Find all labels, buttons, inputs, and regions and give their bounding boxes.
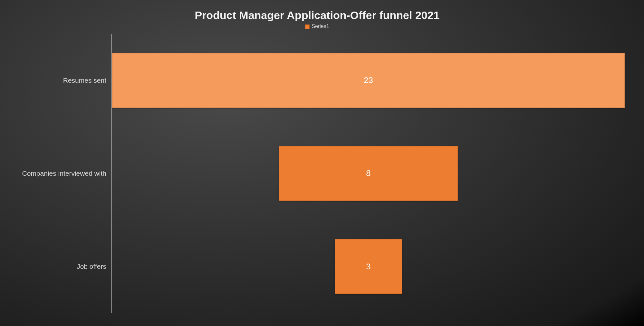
funnel-bar: 23 (112, 53, 625, 108)
category-label: Job offers (10, 220, 106, 313)
category-axis: Resumes sent Companies interviewed with … (10, 34, 111, 313)
legend-label-series1: Series1 (312, 23, 329, 29)
funnel-bar: 8 (279, 146, 458, 201)
funnel-row: 3 (112, 220, 625, 313)
legend-swatch-series1 (305, 24, 310, 29)
chart-title: Product Manager Application-Offer funnel… (10, 9, 625, 22)
chart-legend: Series1 (10, 23, 625, 29)
data-label: 23 (364, 75, 373, 85)
bars-container: 23 8 3 (111, 34, 625, 313)
funnel-row: 23 (112, 34, 625, 127)
category-label: Companies interviewed with (10, 127, 106, 220)
funnel-chart: Product Manager Application-Offer funnel… (0, 0, 644, 326)
plot-area: Resumes sent Companies interviewed with … (10, 34, 625, 313)
funnel-bar: 3 (335, 239, 402, 294)
category-label: Resumes sent (10, 34, 106, 127)
funnel-row: 8 (112, 127, 625, 220)
data-label: 8 (366, 168, 370, 178)
data-label: 3 (366, 262, 370, 272)
